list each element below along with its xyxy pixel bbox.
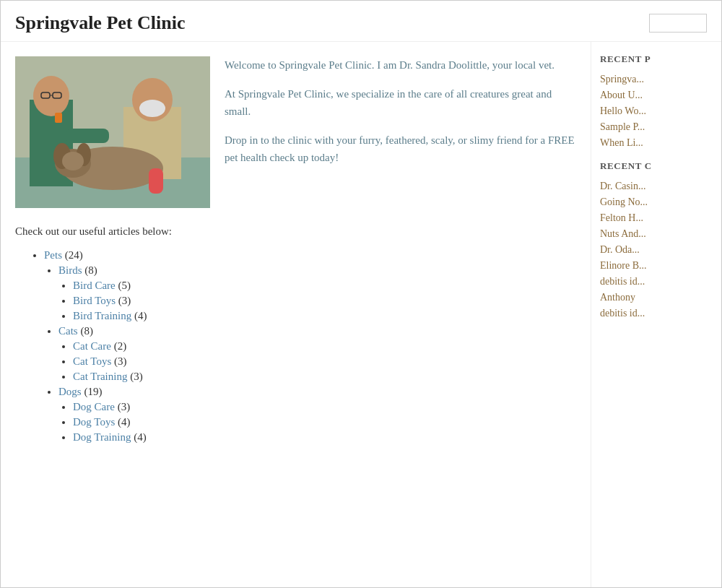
birds-sublist: Bird Care (5) Bird Toys (3) Bird Trainin… bbox=[73, 280, 576, 322]
list-item: Sample P... bbox=[600, 120, 713, 133]
svg-point-9 bbox=[139, 100, 165, 117]
list-item-cat-toys: Cat Toys (3) bbox=[73, 355, 576, 368]
list-item-cats: Cats (8) Cat Care (2) Cat Toys bbox=[58, 325, 576, 383]
list-item: debitis id... bbox=[600, 306, 713, 319]
recent-comment-link[interactable]: Nuts And... bbox=[600, 228, 646, 239]
dog-toys-link[interactable]: Dog Toys bbox=[73, 416, 115, 428]
cat-training-link[interactable]: Cat Training bbox=[73, 371, 127, 382]
recent-post-link[interactable]: Sample P... bbox=[600, 121, 645, 132]
recent-comment-link[interactable]: Felton H... bbox=[600, 212, 643, 223]
recent-post-link[interactable]: Springva... bbox=[600, 74, 644, 85]
dog-care-link[interactable]: Dog Care bbox=[73, 401, 115, 412]
check-out-heading: Check out our useful articles below: bbox=[15, 225, 576, 238]
recent-comments-list: Dr. Casin... Going No... Felton H... Nut… bbox=[600, 179, 713, 319]
dog-training-link[interactable]: Dog Training bbox=[73, 431, 131, 443]
list-item: Felton H... bbox=[600, 211, 713, 224]
intro-paragraph-2: At Springvale Pet Clinic, we specialize … bbox=[225, 85, 576, 120]
top-level-list: Pets (24) Birds (8) Bird Care (5) bbox=[44, 249, 576, 444]
svg-rect-17 bbox=[55, 113, 62, 123]
content-area: Welcome to Springvale Pet Clinic. I am D… bbox=[1, 42, 721, 587]
bird-training-link[interactable]: Bird Training bbox=[73, 310, 131, 321]
recent-post-link[interactable]: Hello Wo... bbox=[600, 105, 646, 116]
pets-link[interactable]: Pets bbox=[44, 249, 62, 261]
list-item: Going No... bbox=[600, 195, 713, 208]
list-item-dog-training: Dog Training (4) bbox=[73, 431, 576, 444]
recent-comment-link[interactable]: Going No... bbox=[600, 196, 648, 207]
svg-point-3 bbox=[33, 76, 69, 116]
list-item: Dr. Casin... bbox=[600, 179, 713, 192]
list-item-bird-training: Bird Training (4) bbox=[73, 310, 576, 322]
recent-post-link[interactable]: When Li... bbox=[600, 137, 643, 148]
list-item-dog-care: Dog Care (3) bbox=[73, 401, 576, 413]
list-item-birds: Birds (8) Bird Care (5) Bird Toys bbox=[58, 264, 576, 322]
birds-link[interactable]: Birds bbox=[58, 264, 82, 276]
recent-posts-title: RECENT P bbox=[600, 53, 713, 65]
recent-comment-link-anthony[interactable]: Anthony bbox=[600, 292, 635, 303]
recent-posts-list: Springva... About U... Hello Wo... Sampl… bbox=[600, 72, 713, 149]
list-item: About U... bbox=[600, 88, 713, 101]
dogs-sublist: Dog Care (3) Dog Toys (4) Dog Training bbox=[73, 401, 576, 444]
site-title: Springvale Pet Clinic bbox=[15, 12, 185, 34]
main-content: Welcome to Springvale Pet Clinic. I am D… bbox=[1, 42, 591, 587]
recent-comment-link[interactable]: debitis id... bbox=[600, 276, 645, 287]
cat-care-link[interactable]: Cat Care bbox=[73, 340, 111, 352]
list-item-cat-care: Cat Care (2) bbox=[73, 340, 576, 353]
vet-image bbox=[15, 56, 210, 208]
vet-image-svg bbox=[15, 56, 210, 208]
intro-paragraph-1: Welcome to Springvale Pet Clinic. I am D… bbox=[225, 56, 576, 74]
intro-text: Welcome to Springvale Pet Clinic. I am D… bbox=[225, 56, 576, 208]
cat-toys-link[interactable]: Cat Toys bbox=[73, 355, 111, 367]
list-item: Nuts And... bbox=[600, 227, 713, 240]
list-item: Dr. Oda... bbox=[600, 243, 713, 256]
list-item-bird-toys: Bird Toys (3) bbox=[73, 295, 576, 307]
recent-comment-link[interactable]: Dr. Casin... bbox=[600, 181, 645, 191]
svg-point-14 bbox=[62, 152, 84, 170]
list-item: Springva... bbox=[600, 72, 713, 85]
intro-paragraph-3: Drop in to the clinic with your furry, f… bbox=[225, 131, 576, 166]
list-item-pets: Pets (24) Birds (8) Bird Care (5) bbox=[44, 249, 576, 444]
pets-sublist: Birds (8) Bird Care (5) Bird Toys bbox=[58, 264, 576, 444]
recent-comment-link[interactable]: debitis id... bbox=[600, 308, 645, 319]
bird-care-link[interactable]: Bird Care bbox=[73, 280, 116, 291]
categories-list: Pets (24) Birds (8) Bird Care (5) bbox=[30, 249, 576, 444]
cats-link[interactable]: Cats bbox=[58, 325, 78, 337]
site-header: Springvale Pet Clinic bbox=[1, 1, 721, 42]
list-item: Elinore B... bbox=[600, 259, 713, 272]
page-wrapper: Springvale Pet Clinic bbox=[0, 0, 722, 588]
list-item: debitis id... bbox=[600, 274, 713, 287]
dogs-link[interactable]: Dogs bbox=[58, 386, 82, 397]
cats-sublist: Cat Care (2) Cat Toys (3) Cat Training bbox=[73, 340, 576, 383]
list-item: Hello Wo... bbox=[600, 104, 713, 117]
svg-rect-15 bbox=[149, 168, 163, 194]
list-item-dog-toys: Dog Toys (4) bbox=[73, 416, 576, 428]
list-item: When Li... bbox=[600, 136, 713, 149]
intro-section: Welcome to Springvale Pet Clinic. I am D… bbox=[15, 56, 576, 208]
list-item: Anthony bbox=[600, 290, 713, 303]
bird-toys-link[interactable]: Bird Toys bbox=[73, 295, 116, 306]
list-item-bird-care: Bird Care (5) bbox=[73, 280, 576, 292]
recent-comment-link[interactable]: Dr. Oda... bbox=[600, 244, 640, 255]
recent-comment-link[interactable]: Elinore B... bbox=[600, 260, 647, 271]
recent-post-link[interactable]: About U... bbox=[600, 90, 643, 100]
sidebar: RECENT P Springva... About U... Hello Wo… bbox=[591, 42, 721, 587]
search-input[interactable] bbox=[649, 14, 707, 33]
recent-comments-title: RECENT C bbox=[600, 160, 713, 172]
list-item-dogs: Dogs (19) Dog Care (3) Dog Toys bbox=[58, 386, 576, 444]
list-item-cat-training: Cat Training (3) bbox=[73, 371, 576, 383]
svg-rect-16 bbox=[66, 129, 109, 143]
